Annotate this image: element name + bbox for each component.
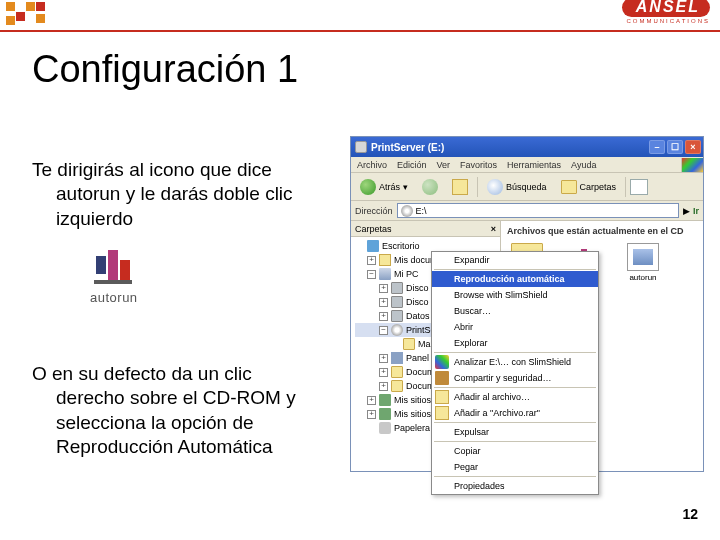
file-label: autorun [623, 274, 663, 283]
explorer-titlebar[interactable]: PrintServer (E:) – ☐ × [351, 137, 703, 157]
explorer-body: Carpetas × Escritorio +Mis documentos −M… [351, 221, 703, 471]
ctx-scan[interactable]: Analizar E:\… con SlimShield [432, 354, 598, 370]
menu-tools[interactable]: Herramientas [507, 160, 561, 170]
menu-edit[interactable]: Edición [397, 160, 427, 170]
folders-button[interactable]: Carpetas [556, 177, 622, 197]
expand-icon[interactable]: + [367, 410, 376, 419]
expand-icon[interactable]: + [379, 312, 388, 321]
documents-icon [379, 254, 391, 266]
paragraph-1-rest: autorun y le darás doble clic izquierdo [32, 182, 332, 231]
brand-name: ANSEL [622, 0, 710, 17]
ctx-autoplay[interactable]: Reproducción automática [432, 271, 598, 287]
network-icon [379, 408, 391, 420]
go-button[interactable]: ▶ Ir [683, 206, 699, 216]
ctx-browse-slimshield[interactable]: Browse with SlimShield [432, 287, 598, 303]
expand-icon[interactable]: + [367, 256, 376, 265]
up-button[interactable] [447, 176, 473, 198]
archive-icon [435, 390, 449, 404]
brand-logo: ANSEL COMMUNICATIONS [622, 0, 710, 24]
expand-icon[interactable]: + [379, 382, 388, 391]
ctx-properties[interactable]: Propiedades [432, 478, 598, 494]
search-icon [487, 179, 503, 195]
address-bar: Dirección E:\ ▶ Ir [351, 201, 703, 221]
paragraph-2-line1: O en su defecto da un clic [32, 363, 252, 384]
logo-mosaic-icon [6, 2, 76, 28]
page-number: 12 [682, 506, 698, 522]
back-button[interactable]: Atrás ▾ [355, 176, 413, 198]
search-button[interactable]: Búsqueda [482, 176, 552, 198]
toolbar-separator [625, 177, 626, 197]
menu-view[interactable]: Ver [437, 160, 451, 170]
address-label: Dirección [355, 206, 393, 216]
go-label: Ir [693, 206, 699, 216]
expand-icon[interactable]: + [379, 284, 388, 293]
folder-icon [391, 380, 403, 392]
search-label: Búsqueda [506, 182, 547, 192]
explorer-menubar[interactable]: Archivo Edición Ver Favoritos Herramient… [351, 157, 703, 173]
folder-icon [403, 338, 415, 350]
autorun-icon [90, 250, 134, 288]
folders-icon [561, 180, 577, 194]
menu-favorites[interactable]: Favoritos [460, 160, 497, 170]
file-list-pane[interactable]: Archivos que están actualmente en el CD … [501, 221, 703, 471]
ctx-copy[interactable]: Copiar [432, 443, 598, 459]
cd-icon [401, 205, 413, 217]
setup-file-icon [627, 243, 659, 271]
address-value: E:\ [416, 206, 427, 216]
ctx-explore[interactable]: Explorar [432, 335, 598, 351]
share-icon [435, 371, 449, 385]
expand-icon[interactable]: + [379, 354, 388, 363]
toolbar-separator [477, 177, 478, 197]
minimize-button[interactable]: – [649, 140, 665, 154]
folders-pane-header: Carpetas × [351, 221, 500, 237]
context-menu[interactable]: Expandir Reproducción automática Browse … [431, 251, 599, 495]
cd-drive-icon [391, 324, 403, 336]
brand-subtitle: COMMUNICATIONS [622, 18, 710, 24]
maximize-button[interactable]: ☐ [667, 140, 683, 154]
windows-flag-icon [681, 158, 703, 172]
ctx-expand[interactable]: Expandir [432, 252, 598, 268]
address-field[interactable]: E:\ [397, 203, 680, 218]
hdd-icon [391, 310, 403, 322]
collapse-icon[interactable]: − [379, 326, 388, 335]
control-panel-icon [391, 352, 403, 364]
collapse-icon[interactable]: − [367, 270, 376, 279]
expand-icon[interactable]: + [379, 368, 388, 377]
views-button[interactable] [630, 179, 648, 195]
ctx-paste[interactable]: Pegar [432, 459, 598, 475]
mypc-icon [379, 268, 391, 280]
ctx-share[interactable]: Compartir y seguridad… [432, 370, 598, 386]
up-folder-icon [452, 179, 468, 195]
hdd-icon [391, 296, 403, 308]
expand-icon[interactable]: + [379, 298, 388, 307]
explorer-window: PrintServer (E:) – ☐ × Archivo Edición V… [350, 136, 704, 472]
menu-help[interactable]: Ayuda [571, 160, 596, 170]
close-pane-button[interactable]: × [491, 224, 496, 234]
trash-icon [379, 422, 391, 434]
folder-icon [391, 366, 403, 378]
expand-icon[interactable]: + [367, 396, 376, 405]
ctx-add-archive[interactable]: Añadir al archivo… [432, 389, 598, 405]
ctx-search[interactable]: Buscar… [432, 303, 598, 319]
forward-icon [422, 179, 438, 195]
explorer-title: PrintServer (E:) [371, 142, 647, 153]
file-item-autorun-inf[interactable]: autorun [623, 243, 663, 283]
file-list-header: Archivos que están actualmente en el CD [505, 225, 699, 241]
folders-pane-title: Carpetas [355, 224, 392, 234]
floppy-icon [391, 282, 403, 294]
folders-label: Carpetas [580, 182, 617, 192]
ctx-open[interactable]: Abrir [432, 319, 598, 335]
menu-file[interactable]: Archivo [357, 160, 387, 170]
shield-icon [435, 355, 449, 369]
tree-mypc[interactable]: Mi PC [394, 267, 419, 281]
slide-title: Configuración 1 [32, 48, 298, 91]
tree-desktop[interactable]: Escritorio [382, 239, 420, 253]
close-button[interactable]: × [685, 140, 701, 154]
ctx-eject[interactable]: Expulsar [432, 424, 598, 440]
cd-drive-icon [355, 141, 367, 153]
autorun-figure: autorun [90, 250, 138, 305]
forward-button[interactable] [417, 176, 443, 198]
ctx-add-archive-named[interactable]: Añadir a "Archivo.rar" [432, 405, 598, 421]
paragraph-2-rest: derecho sobre el CD-ROM y selecciona la … [32, 386, 332, 459]
bluetooth-icon [379, 394, 391, 406]
